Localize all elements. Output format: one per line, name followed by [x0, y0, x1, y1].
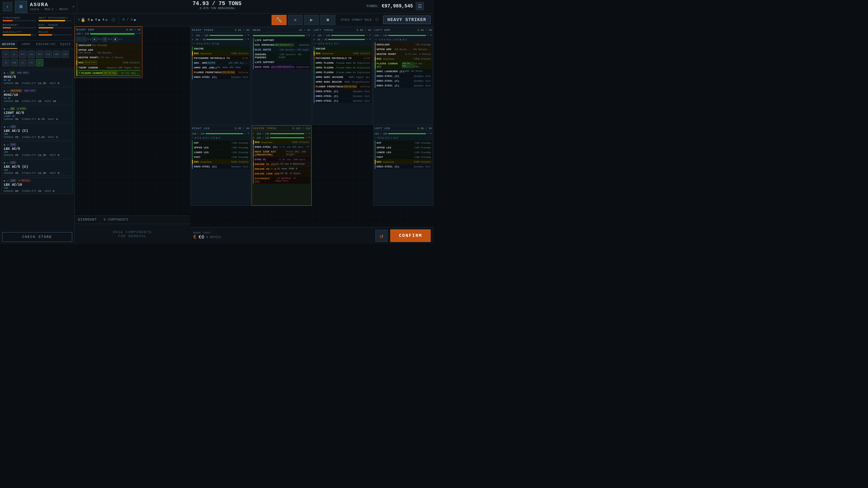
filter-tb[interactable]: TB [2, 59, 9, 66]
firepower-stat: FIREPOWER [3, 16, 36, 21]
component-grid: RIGHT TORSO S 80 / 80 F 160 / 160 −+ R 8… [190, 26, 434, 227]
icon-bar: 0 🔒 8 ◆ 4 ◆ 4 ◇ ⓘ 0 / 4 ◆ 🔧 ✕ ▶ ■ [75, 14, 434, 26]
weapon-item[interactable]: ■ 2 LBX LBX AC/5 LBX DAMAGE 45 STABILITY… [1, 141, 73, 158]
work-cost-block: WORK COST € €0 0 DAY(S) [193, 231, 221, 240]
right-arm-floating-panel: RIGHT ARM S 80 / 80 120 / 120 − + ⚡ ⚡ 1/… [75, 26, 142, 78]
wrench-button[interactable]: 🔧 [272, 15, 287, 25]
filter-flm[interactable]: FLM [44, 50, 52, 58]
tonnage-display: 74.93 / 75 TONS [193, 1, 241, 7]
shield-icon-btn[interactable]: ▶ [304, 15, 319, 25]
weapon-tabs: WEAPON AMMO ENGINE/HS EQUIP [0, 41, 74, 49]
center-torso-panel: CENTER TORSO S 115 / 115 F 230 / 230 −+ … [252, 125, 312, 205]
left-panel: FIREPOWER HEAT EFFICIENCY MOVEMENT AVG. … [0, 14, 75, 244]
mech-name-block: ASURA Asura · MDG-X · HEAVY [30, 2, 68, 11]
filter-amo[interactable]: AMO [11, 59, 18, 66]
weapon-list: ■ 1 GM 50% CRIT HVAC/5 HV AC DAMAGE 45 S… [0, 68, 74, 230]
back-button[interactable]: ‹ [3, 2, 12, 12]
center-panel: 0 🔒 8 ◆ 4 ◆ 4 ◇ ⓘ 0 / 4 ◆ 🔧 ✕ ▶ ■ [75, 14, 434, 244]
filter-ppc[interactable]: PPC [36, 50, 43, 58]
durability-stat: DURABILITY [3, 30, 36, 36]
head-panel: HEAD 45 / 45 −+ LIFE SUPPORT FCS IMPROVE… [252, 27, 312, 125]
filter-etc[interactable]: ETC [19, 50, 26, 58]
right-leg-panel: RIGHT LEG S 80 / 80 160 / 160 −+ ⚡ 0/2 ◈… [191, 125, 251, 205]
drag-drop-area: DRAG COMPONENTS FOR REMOVAL [75, 224, 190, 244]
weapon-item[interactable]: ■ 3 GM 1 PIPS LIGHT AC/5 LIGHT AC DAMAGE… [1, 105, 73, 122]
x-button[interactable]: ✕ [288, 15, 303, 25]
filter-row: AC 6 ETC LAS PPC FLM SRM LRM TB AMO ML T… [0, 49, 74, 68]
weapon-item[interactable]: ■ 1 GM 50% CRIT HVAC/5 HV AC DAMAGE 45 S… [1, 69, 73, 86]
slot-icon: ◈ [92, 37, 97, 42]
weapon-item[interactable]: ■ 5 LBX LBX AC/5 (C) LBX DAMAGE 45 STABI… [1, 159, 73, 176]
mech-info: ‹ ■ ASURA Asura · MDG-X · HEAVY ✎ [0, 0, 77, 13]
drag-label: DRAG COMPONENTS FOR REMOVAL [113, 230, 152, 238]
icon-group-right1: 4 ◆ [95, 18, 100, 22]
slot-icon: ◉ [113, 37, 118, 42]
tonnage-remaining: 0.075 TON REMAINING [193, 7, 241, 10]
mech-area: RIGHT ARM S 80 / 80 120 / 120 − + ⚡ ⚡ 1/… [75, 26, 434, 244]
top-bar: ‹ ■ ASURA Asura · MDG-X · HEAVY ✎ 74.93 … [0, 0, 434, 14]
dismount-button[interactable]: DISMOUNT [78, 218, 97, 222]
tonnage-block: 74.93 / 75 TONS 0.075 TON REMAINING [193, 1, 241, 10]
left-arm-panel: LEFT ARM S 80 / 80 120 / 120 −+ ⚡⚡ 1/2 ◈… [373, 27, 434, 125]
separator [119, 16, 119, 24]
filter-icon-active[interactable]: ✓ [36, 59, 43, 66]
slot-plasma-cannon[interactable]: ⚡ PLASMA CANNON 50% OH Dmg 10 Var Dmg... [76, 70, 141, 76]
funds-label: FUNDS: [367, 4, 379, 8]
funds-block: FUNDS: €97,989,545 ☰ [367, 2, 424, 10]
filter-lrm[interactable]: LRM [61, 50, 69, 58]
components-count: 0 COMPONENTS [104, 218, 128, 222]
stock-role: STOCK COMBAT ROLE ⓘ [341, 18, 378, 22]
shield-button[interactable]: ■ [320, 15, 335, 25]
tab-equip[interactable]: EQUIP [57, 41, 74, 49]
check-store-button[interactable]: CHECK STORE [2, 232, 72, 242]
filter-ac[interactable]: AC [2, 50, 9, 58]
edit-icon[interactable]: ✎ [72, 5, 74, 9]
stock-role-info[interactable]: ⓘ [375, 18, 378, 22]
filter-las[interactable]: LAS [27, 50, 35, 58]
slot-icon: ⚡ [82, 37, 86, 42]
avg-range-stat: AVG. RANGE [39, 23, 72, 28]
dismount-bar: DISMOUNT 0 COMPONENTS [75, 216, 190, 224]
tab-ammo[interactable]: AMMO [17, 41, 35, 49]
filter-tag[interactable]: TAG [27, 59, 35, 66]
menu-button[interactable]: ☰ [416, 2, 424, 10]
icon-group-left: 0 🔒 [78, 18, 85, 22]
bottom-bar: WORK COST € €0 0 DAY(S) ↺ CONFIRM [190, 227, 434, 244]
equip-slots: 0 / 4 ◆ [122, 18, 136, 22]
slot-nss[interactable]: NSS Stealthed 530% Stealth [76, 60, 141, 65]
stats-section: FIREPOWER HEAT EFFICIENCY MOVEMENT AVG. … [0, 14, 74, 41]
slot-icon: ⬡ [102, 37, 107, 42]
slot-shoulder[interactable]: SHOULDER +5% StandUp [76, 43, 141, 47]
icon-group-right2: 4 ◇ [102, 18, 108, 22]
role-value: HEAVY STRIKER [383, 16, 431, 24]
slot-weapon-mount[interactable]: WEAPON MOUNT 0.75 ton -1 Recoil [76, 55, 141, 60]
mech-subtitle: Asura · MDG-X · HEAVY [30, 8, 68, 11]
weapon-item[interactable]: ■ 3 WESTERN 50% CRIT HVAC/10 HV AC DAMAG… [1, 87, 73, 104]
icon-group-mid: 8 ◆ [87, 18, 93, 22]
info-icon[interactable]: ⓘ [112, 17, 115, 22]
slot-tsemp-cannon[interactable]: TSEMP CANNON Haywire EMP Impair Move [76, 65, 141, 70]
tab-engine-hs[interactable]: ENGINE/HS [35, 41, 57, 49]
filter-6[interactable]: 6 [11, 50, 18, 58]
tab-weapon[interactable]: WEAPON [0, 41, 17, 49]
slot-upper-arm[interactable]: UPPER ARM +5% Melee... +5% MeleeS... [76, 48, 141, 55]
movement-stat: MOVEMENT [3, 23, 36, 28]
slot-icon: ⚡ [76, 37, 81, 42]
heat-efficiency-stat: HEAT EFFICIENCY [39, 16, 72, 21]
funds-value: €97,989,545 [382, 3, 413, 9]
left-leg-panel: LEFT LEG S 80 / 80 160 / 160 −+ ⚡ 0/2 ◈ … [373, 125, 434, 205]
weapon-item[interactable]: ■ 2 LBX 3 RECOIL LBX AC/10 LBX DAMAGE 60… [1, 177, 73, 194]
undo-button[interactable]: ↺ [375, 230, 388, 242]
mech-name: ASURA [30, 2, 68, 8]
melee-stat: MELEE [39, 30, 72, 36]
spacer [312, 125, 373, 205]
mech-avatar: ■ [15, 1, 27, 13]
left-torso-panel: LEFT TORSO S 80 / 80 F 180 / 180 −+ R 80… [312, 27, 373, 125]
filter-srm[interactable]: SRM [53, 50, 60, 58]
weapon-item[interactable]: ■ 4 LBX LBX AC/2 (C) LBX DAMAGE 25 STABI… [1, 123, 73, 140]
right-torso-panel: RIGHT TORSO S 80 / 80 F 160 / 160 −+ R 8… [191, 27, 251, 125]
action-buttons: 🔧 ✕ ▶ ■ [272, 15, 335, 25]
filter-ml[interactable]: ML [19, 59, 26, 66]
confirm-button[interactable]: CONFIRM [390, 229, 431, 242]
